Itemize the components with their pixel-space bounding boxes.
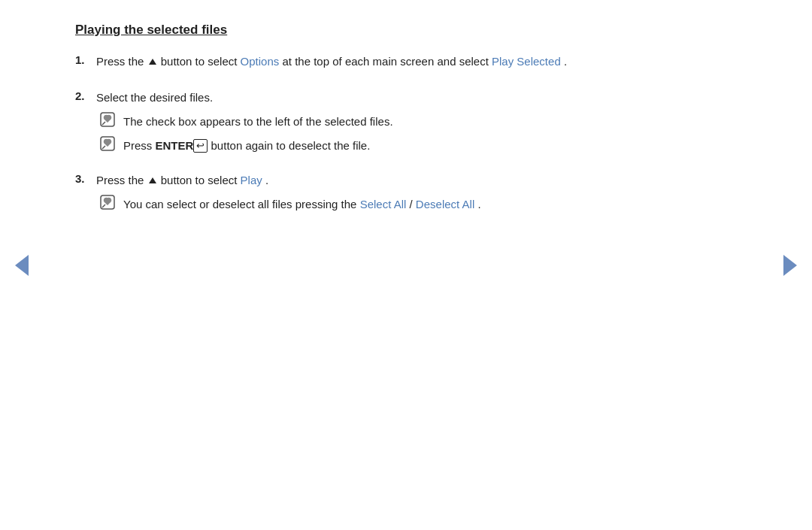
enter-label: ENTER	[156, 139, 194, 152]
step3-text-middle: button to select	[161, 174, 241, 186]
step3-text-end: .	[265, 174, 268, 186]
options-link[interactable]: Options	[241, 55, 280, 68]
step-text-3: Press the button to select Play .	[96, 171, 662, 189]
step-number-2: 2.	[75, 89, 96, 102]
step-item-3: 3. Press the button to select Play .	[75, 171, 662, 217]
note-item-2-2: Press ENTER↩ button again to deselect th…	[96, 137, 662, 155]
nav-arrow-right[interactable]	[783, 255, 797, 276]
step-number-1: 1.	[75, 53, 96, 66]
step-content-2: Select the desired files. The check box …	[96, 89, 662, 158]
step-content-3: Press the button to select Play .	[96, 171, 662, 217]
note-item-2-1: The check box appears to the left of the…	[96, 113, 662, 131]
note-item-3-1: You can select or deselect all files pre…	[96, 195, 662, 214]
svg-line-3	[102, 146, 105, 149]
step-item-1: 1. Press the button to select Options at…	[75, 53, 662, 75]
steps-list: 1. Press the button to select Options at…	[75, 53, 662, 217]
step1-text-middle: button to select	[161, 55, 241, 68]
select-all-link[interactable]: Select All	[360, 198, 407, 210]
step1-text-after: at the top of each main screen and selec…	[282, 55, 492, 68]
page-title: Playing the selected files	[75, 23, 227, 38]
step1-text-before: Press the	[96, 55, 147, 68]
enter-key-icon: ↩	[193, 139, 208, 153]
step3-text-before: Press the	[96, 174, 147, 186]
deselect-all-link[interactable]: Deselect All	[416, 198, 474, 210]
triangle-up-icon-3	[149, 177, 156, 183]
step2-text: Select the desired files.	[96, 91, 213, 104]
triangle-up-icon-1	[149, 59, 156, 65]
step-text-1: Press the button to select Options at th…	[96, 53, 662, 71]
note-text-2-1: The check box appears to the left of the…	[123, 113, 393, 131]
play-selected-link[interactable]: Play Selected	[492, 55, 561, 68]
note3-text-end: .	[477, 198, 480, 210]
step1-text-end: .	[564, 55, 567, 68]
note-icon-2-2	[96, 135, 119, 152]
step-text-2: Select the desired files.	[96, 89, 662, 107]
svg-line-1	[102, 122, 105, 125]
svg-line-5	[102, 204, 105, 207]
nav-arrow-left[interactable]	[15, 255, 29, 276]
note-icon-2-1	[96, 111, 119, 128]
step-item-2: 2. Select the desired files. The check b…	[75, 89, 662, 158]
step-content-1: Press the button to select Options at th…	[96, 53, 662, 75]
note-text-3-1: You can select or deselect all files pre…	[123, 195, 481, 214]
page-container: Playing the selected files 1. Press the …	[0, 0, 722, 253]
note-icon-3-1	[96, 194, 119, 210]
separator: /	[410, 198, 416, 210]
note-text-2-2: Press ENTER↩ button again to deselect th…	[123, 137, 370, 155]
step-number-3: 3.	[75, 171, 96, 185]
play-link[interactable]: Play	[241, 174, 262, 186]
